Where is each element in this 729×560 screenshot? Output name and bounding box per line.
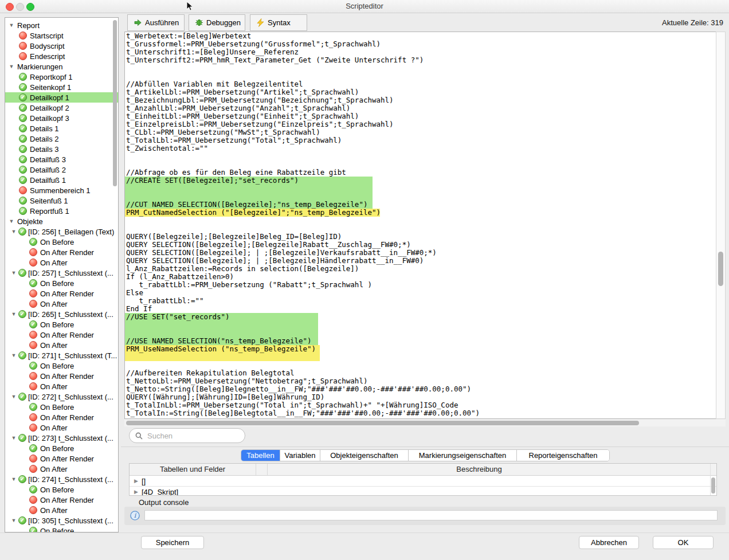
code-editor[interactable]: t_Werbetext:=[Beleg]Werbetextt_Grussform…	[124, 32, 716, 419]
code-line[interactable]: //Abfüllen Variablen mit Belegzeilentite…	[125, 80, 716, 88]
code-line[interactable]	[125, 217, 716, 225]
tree-event[interactable]: On After	[5, 464, 118, 474]
tree-event[interactable]: On Before	[5, 526, 118, 532]
code-line[interactable]	[125, 329, 716, 337]
tree-event[interactable]: On After	[5, 257, 118, 268]
tree-event[interactable]: On After Render	[5, 495, 118, 505]
code-line[interactable]: If (l_Anz_Rabattzeilen>0)	[125, 273, 716, 281]
code-line[interactable]: //Abfrage ob es für den Beleg eine Rabat…	[125, 169, 716, 177]
disclosure-triangle-icon[interactable]: ▼	[9, 22, 14, 28]
table-row[interactable]: ▶[]	[130, 476, 716, 487]
tree-event[interactable]: On After	[5, 381, 118, 391]
tab-markierungseigenschaften[interactable]: Markierungseigenschaften	[409, 450, 517, 461]
code-line[interactable]	[125, 225, 716, 233]
code-line[interactable]	[125, 193, 716, 201]
sidebar-scrollbar-thumb[interactable]	[113, 20, 117, 186]
tree-event[interactable]: On After	[5, 340, 118, 350]
tree-event[interactable]: On Before	[5, 361, 118, 371]
code-line[interactable]: t_rabattLbl:=""	[125, 297, 716, 305]
tree-item[interactable]: Details 3	[5, 144, 118, 154]
code-line[interactable]: t_Grussformel:=PRM_Uebersetzung("Grussfo…	[125, 40, 716, 48]
tree-event[interactable]: On After Render	[5, 288, 118, 299]
code-line[interactable]: //Aufbereiten Rekapitulation Belegtotal	[125, 369, 716, 377]
tree-item[interactable]: Reportkopf 1	[5, 72, 118, 82]
tree-item[interactable]: Endescript	[5, 51, 118, 61]
code-line[interactable]: //CUT NAMED SELECTION([Belegzeile];"ns_t…	[125, 201, 716, 209]
code-line[interactable]: l_Anz_Rabattzeilen:=Records in selection…	[125, 265, 716, 273]
editor-horizontal-scrollbar-thumb[interactable]	[126, 421, 639, 425]
tree-item[interactable]: Startscript	[5, 30, 118, 41]
code-line[interactable]: t_Zwischentotal:=""	[125, 144, 716, 152]
code-line[interactable]: //CREATE SET([Belegzeile];"set_records")	[125, 177, 716, 185]
tree-item[interactable]: Detailfuß 2	[5, 165, 118, 175]
tree-section[interactable]: ▼Objekte	[5, 216, 118, 226]
tree-event[interactable]: On After Render	[5, 371, 118, 381]
tree-event[interactable]: On After	[5, 299, 118, 309]
tree-event[interactable]: On After Render	[5, 247, 118, 257]
table-row[interactable]: ▶[4D_Skript]	[130, 487, 716, 496]
code-line[interactable]: t_TotalInLbl:=PRM_Uebersetzung("Total in…	[125, 401, 716, 409]
tree-event[interactable]: On Before	[5, 402, 118, 412]
tree-section[interactable]: ▼Markierungen	[5, 61, 118, 72]
code-line[interactable]	[125, 185, 716, 193]
tree-event[interactable]: On Before	[5, 319, 118, 330]
tree-item[interactable]: Seitenkopf 1	[5, 82, 118, 92]
tree-event[interactable]: On Before	[5, 443, 118, 453]
code-line[interactable]: QUERY SELECTION([Belegzeile];[Belegzeile…	[125, 241, 716, 249]
cancel-button[interactable]: Abbrechen	[579, 536, 639, 549]
code-line[interactable]	[125, 64, 716, 72]
code-line[interactable]: t_AnzahlLbl:=PRM_Uebersetzung("Anzahl";t…	[125, 104, 716, 112]
tree-item[interactable]: Reportfuß 1	[5, 206, 118, 216]
run-button[interactable]: Ausführen	[127, 14, 185, 31]
tree-event[interactable]: On Before	[5, 484, 118, 495]
code-line[interactable]	[125, 321, 716, 329]
code-line[interactable]: t_TotalIn:=String([Beleg]Belegtotal__in_…	[125, 409, 716, 417]
code-line[interactable]	[125, 152, 716, 160]
debug-button[interactable]: Debuggen	[189, 14, 245, 31]
console-input[interactable]	[144, 510, 718, 520]
disclosure-triangle-icon[interactable]: ▼	[11, 311, 17, 317]
code-line[interactable]: t_Unterschrift1:=[Beleg]Unsere__Referenz	[125, 48, 716, 56]
tree-item[interactable]: Details 2	[5, 134, 118, 144]
code-line[interactable]: t_rabattLbl:=PRM_Uebersetzung ("Rabatt";…	[125, 281, 716, 289]
tree-event[interactable]: On After Render	[5, 453, 118, 464]
tree-object[interactable]: ▼[ID: 257] t_Schlusstext (...	[5, 268, 118, 278]
tree-item[interactable]: Detailkopf 3	[5, 113, 118, 123]
tree-item[interactable]: Summenbereich 1	[5, 185, 118, 195]
disclosure-triangle-icon[interactable]: ▶	[134, 489, 138, 495]
search-field[interactable]	[129, 428, 245, 443]
disclosure-triangle-icon[interactable]: ▼	[11, 518, 17, 523]
code-line[interactable]: t_Unterschrift2:=PRM_hmR_Text_Parameter_…	[125, 56, 716, 64]
code-line[interactable]: t_Werbetext:=[Beleg]Werbetext	[125, 32, 716, 40]
code-line[interactable]: t_BezeichnungLbl:=PRM_Uebersetzung("Beze…	[125, 96, 716, 104]
tree-event[interactable]: On After Render	[5, 412, 118, 422]
code-line[interactable]: QUERY SELECTION([Belegzeile]; | ;[Belegz…	[125, 257, 716, 265]
tab-tabellen[interactable]: Tabellen	[241, 450, 280, 461]
code-line[interactable]: QUERY([Währung];[Währung]ID=[Beleg]Währu…	[125, 393, 716, 401]
code-line[interactable]: //USE NAMED SELECTION("ns_temp_Belegzeil…	[125, 337, 716, 345]
syntax-button[interactable]: Syntax	[250, 14, 307, 31]
disclosure-triangle-icon[interactable]: ▼	[11, 476, 17, 482]
tree-object[interactable]: ▼[ID: 272] t_Schlusstext (...	[5, 391, 118, 402]
disclosure-triangle-icon[interactable]: ▼	[11, 353, 17, 358]
code-line[interactable]: t_EinzelpreisLbl:=PRM_Uebersetzung("Einz…	[125, 120, 716, 128]
disclosure-triangle-icon[interactable]: ▼	[11, 270, 17, 276]
tree-section[interactable]: ▼Report	[5, 20, 118, 30]
tree-event[interactable]: On After	[5, 505, 118, 515]
table-scrollbar-thumb[interactable]	[711, 477, 715, 494]
code-line[interactable]: PRM_UseNamedSelection ("ns_temp_Belegzei…	[125, 345, 716, 353]
code-line[interactable]	[125, 353, 716, 361]
code-line[interactable]: End If	[125, 305, 716, 313]
disclosure-triangle-icon[interactable]: ▼	[9, 218, 14, 224]
tree-item[interactable]: Seitenfuß 1	[5, 195, 118, 206]
code-line[interactable]	[125, 72, 716, 80]
code-line[interactable]: t_NettoLbl:=PRM_Uebersetzung("Nettobetra…	[125, 377, 716, 385]
tab-variablen[interactable]: Variablen	[280, 450, 320, 461]
tree-item[interactable]: Bodyscript	[5, 41, 118, 51]
disclosure-triangle-icon[interactable]: ▶	[134, 478, 138, 484]
tree-object[interactable]: ▼[ID: 265] t_Schlusstext (...	[5, 309, 118, 319]
disclosure-triangle-icon[interactable]: ▼	[11, 435, 17, 441]
code-line[interactable]: t_TotalLbl:=PRM_Uebersetzung("Total";t_S…	[125, 136, 716, 144]
editor-vertical-scrollbar-thumb[interactable]	[718, 252, 723, 286]
tree-event[interactable]: On Before	[5, 278, 118, 288]
